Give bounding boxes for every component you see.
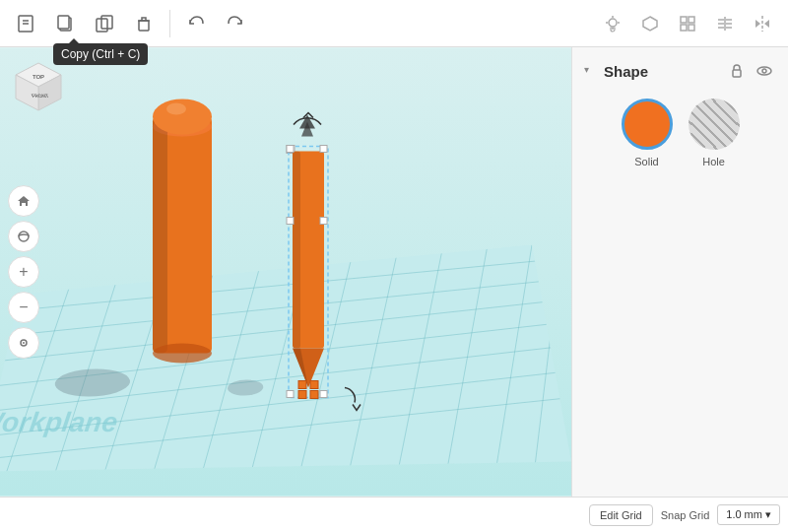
svg-point-53: [153, 344, 212, 364]
svg-rect-17: [689, 25, 694, 31]
hole-circle[interactable]: [689, 99, 740, 150]
svg-point-80: [19, 232, 29, 241]
mirror-button[interactable]: [745, 6, 780, 41]
toolbar-separator-1: [169, 10, 170, 37]
zoom-in-symbol: +: [19, 264, 28, 280]
right-panel: ▾ Shape Solid: [571, 47, 788, 497]
right-toolbar: [587, 0, 788, 47]
svg-rect-52: [153, 117, 167, 354]
main-toolbar: Copy (Ctrl + C): [0, 0, 788, 47]
svg-rect-7: [139, 21, 149, 31]
panel-collapse-icon[interactable]: ▾: [584, 64, 598, 78]
visibility-button[interactable]: [753, 59, 776, 83]
panel-title: Shape: [604, 63, 648, 80]
solid-shape-option[interactable]: Solid: [622, 99, 673, 167]
svg-rect-71: [310, 381, 318, 389]
copy-button[interactable]: [47, 6, 83, 41]
snap-grid-value-text: 1.0 mm ▾: [726, 508, 771, 520]
svg-rect-83: [733, 70, 741, 77]
snap-grid-value[interactable]: 1.0 mm ▾: [717, 504, 780, 525]
svg-rect-68: [287, 391, 294, 398]
fit-view-button[interactable]: [8, 327, 39, 359]
svg-rect-70: [298, 381, 306, 389]
light-button[interactable]: [595, 6, 630, 41]
redo-button[interactable]: [218, 6, 253, 41]
edit-grid-button[interactable]: Edit Grid: [589, 504, 653, 526]
left-nav: + −: [8, 185, 39, 359]
svg-marker-24: [764, 20, 769, 28]
solid-circle[interactable]: [622, 99, 673, 150]
svg-point-82: [23, 342, 25, 344]
new-button[interactable]: [8, 6, 43, 41]
bottom-bar: Edit Grid Snap Grid 1.0 mm ▾: [0, 497, 788, 532]
svg-rect-4: [58, 16, 69, 29]
zoom-out-symbol: −: [19, 299, 28, 315]
snap-grid-label: Snap Grid: [661, 509, 710, 521]
hole-shape-option[interactable]: Hole: [689, 99, 740, 167]
shape-options: Solid Hole: [584, 99, 776, 167]
home-view-button[interactable]: [8, 185, 39, 217]
tooltip-text: Copy (Ctrl + C): [61, 47, 140, 61]
svg-rect-73: [310, 391, 318, 399]
panel-header-icons: [725, 59, 776, 83]
svg-rect-69: [320, 391, 327, 398]
svg-text:Workplane: Workplane: [0, 408, 119, 438]
svg-rect-14: [681, 17, 687, 23]
svg-text:TOP: TOP: [33, 74, 44, 80]
lock-button[interactable]: [725, 59, 749, 83]
svg-rect-16: [681, 25, 687, 31]
align-button[interactable]: [707, 6, 743, 41]
svg-rect-72: [298, 391, 306, 399]
svg-marker-23: [755, 20, 760, 28]
svg-rect-60: [293, 152, 300, 349]
zoom-in-button[interactable]: +: [8, 256, 39, 288]
shape-view-button[interactable]: [632, 6, 668, 41]
delete-button[interactable]: [126, 6, 162, 41]
panel-header: ▾ Shape: [584, 59, 776, 83]
3d-viewport[interactable]: Workplane TOP FRONT: [0, 47, 571, 497]
copy-tooltip: Copy (Ctrl + C): [53, 43, 148, 65]
svg-rect-65: [320, 146, 327, 153]
main-area: Workplane TOP FRONT: [0, 47, 788, 497]
shape-panel: ▾ Shape Solid: [572, 47, 788, 179]
svg-point-84: [757, 67, 771, 75]
svg-rect-66: [287, 218, 294, 225]
zoom-out-button[interactable]: −: [8, 292, 39, 323]
svg-point-55: [166, 103, 186, 115]
svg-marker-13: [643, 17, 657, 31]
solid-label: Solid: [634, 156, 658, 167]
grid-view-button[interactable]: [670, 6, 705, 41]
svg-rect-67: [320, 218, 327, 225]
svg-point-8: [609, 19, 617, 27]
svg-rect-64: [287, 146, 294, 153]
undo-button[interactable]: [178, 6, 214, 41]
hole-label: Hole: [702, 156, 725, 167]
duplicate-button[interactable]: [87, 6, 122, 41]
panel-title-row: ▾ Shape: [584, 63, 648, 80]
svg-point-85: [762, 69, 766, 73]
edit-grid-label: Edit Grid: [600, 509, 642, 521]
svg-rect-15: [689, 17, 694, 23]
orbit-button[interactable]: [8, 221, 39, 252]
